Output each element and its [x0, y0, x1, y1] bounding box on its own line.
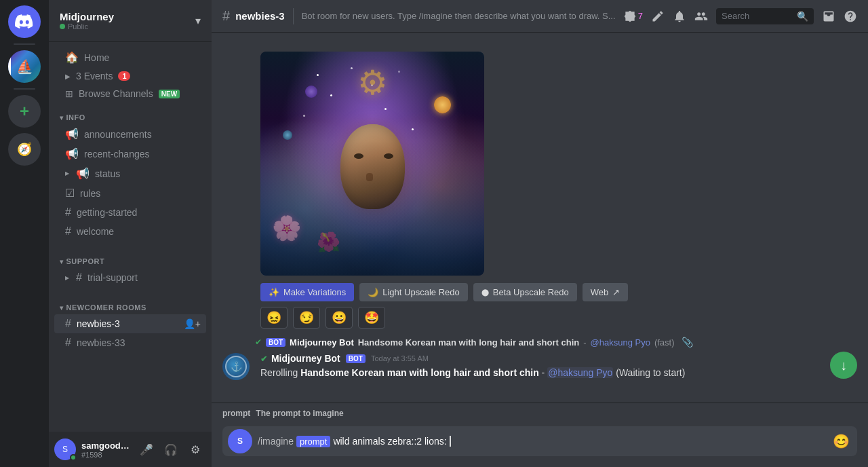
add-server-button[interactable]: + — [8, 95, 41, 128]
category-newcomer-label: NEWCOMER ROOMS — [66, 303, 146, 312]
image-content: ⚙ — [260, 52, 484, 276]
server-header[interactable]: Midjourney Public ▾ — [49, 0, 212, 42]
beta-upscale-redo-button[interactable]: ⬤ Beta Upscale Redo — [473, 283, 577, 301]
channel-announcements[interactable]: 📢 announcements — [54, 124, 206, 144]
megaphone-icon: 📢 — [65, 128, 79, 141]
help-icon-button[interactable] — [844, 10, 857, 23]
discord-home-button[interactable] — [8, 5, 41, 38]
hash-icon: # — [65, 206, 71, 219]
discover-button[interactable]: 🧭 — [8, 133, 41, 166]
message-timestamp-3: Today at 3:55 AM — [371, 354, 429, 362]
search-bar[interactable]: 🔍 — [716, 8, 814, 24]
notification-icon-button[interactable] — [673, 10, 686, 23]
reaction-buttons: 😖 😏 😀 🤩 — [260, 307, 857, 329]
message-avatar-spacer — [222, 46, 250, 73]
sidebar-section-support: ▾ SUPPORT ▶ # trial-support — [49, 246, 212, 287]
scroll-to-bottom-button[interactable]: ↓ — [830, 352, 857, 379]
hash-icon-newbies3: # — [65, 318, 71, 330]
channel-name-status: status — [95, 168, 201, 179]
channel-welcome[interactable]: # welcome — [54, 222, 206, 241]
light-upscale-label: Light Upscale Redo — [382, 287, 459, 297]
beta-upscale-label: Beta Upscale Redo — [493, 287, 569, 297]
command-value: wild animals zebra::2 lions: — [333, 436, 446, 447]
channel-status[interactable]: ▶ 📢 status — [54, 164, 206, 183]
events-badge: 1 — [118, 71, 130, 81]
hash-icon-trial: # — [76, 272, 82, 284]
deafen-button[interactable]: 🎧 — [160, 438, 182, 460]
channel-getting-started[interactable]: # getting-started — [54, 203, 206, 222]
attachment-line: ✔ BOT Midjourney Bot Handsome Korean man… — [255, 337, 857, 348]
sidebar-item-home[interactable]: 🏠 Home — [54, 48, 206, 67]
make-variations-button[interactable]: ✨ Make Variations — [260, 283, 354, 301]
browse-channels-label: Browse Channels — [79, 88, 153, 99]
attachment-icon: 📎 — [682, 337, 693, 348]
user-avatar: S — [54, 438, 76, 460]
channel-topic: Bot room for new users. Type /imagine th… — [302, 11, 618, 21]
user-area: S samgoodw... #1598 🎤 🎧 ⚙ — [49, 432, 212, 467]
inbox-icon-button[interactable] — [822, 10, 835, 23]
events-arrow: ▶ — [65, 73, 71, 80]
message-group-2: ✔ BOT Midjourney Bot Handsome Korean man… — [212, 334, 868, 350]
category-support-label: SUPPORT — [66, 257, 105, 265]
channel-newbies-3[interactable]: # newbies-3 👤+ — [54, 314, 206, 333]
cursor — [450, 436, 451, 447]
inline-author: Midjourney Bot — [290, 337, 354, 348]
expand-arrow-support: ▶ — [65, 275, 69, 281]
verified-check: ✔ — [260, 354, 267, 364]
bot-tag-inline: BOT — [266, 338, 285, 347]
sidebar-section-info: ▾ INFO 📢 announcements 📢 recent-changes … — [49, 102, 212, 241]
message-input-area: S /imagine prompt wild animals zebra::2 … — [212, 426, 868, 467]
sidebar-item-events[interactable]: ▶ 3 Events 1 — [54, 67, 206, 85]
user-avatar-input: S — [228, 429, 252, 453]
category-info-label: INFO — [66, 113, 85, 122]
prompt-text: Handsome Korean man with long hair and s… — [358, 337, 579, 348]
sidebar-item-browse-channels[interactable]: ⊞ Browse Channels NEW — [54, 85, 206, 102]
category-support[interactable]: ▾ SUPPORT — [49, 246, 212, 268]
channel-trial-support[interactable]: ▶ # trial-support — [54, 268, 206, 287]
boost-icon-button[interactable]: 7 — [623, 10, 643, 23]
prompt-tag: prompt — [296, 436, 330, 447]
members-icon-button[interactable] — [694, 10, 708, 23]
sidebar-content: 🏠 Home ▶ 3 Events 1 ⊞ Browse Channels NE… — [49, 42, 212, 432]
search-icon: 🔍 — [797, 11, 808, 22]
channel-rules[interactable]: ☑ rules — [54, 183, 206, 203]
prompt-hint-description: The prompt to imagine — [256, 409, 343, 418]
megaphone-icon-2: 📢 — [65, 147, 79, 160]
pencil-icon-button[interactable] — [651, 10, 665, 23]
channel-recent-changes[interactable]: 📢 recent-changes — [54, 144, 206, 164]
mute-button[interactable]: 🎤 — [136, 438, 157, 460]
beta-upscale-icon: ⬤ — [481, 288, 489, 296]
settings-button[interactable]: ⚙ — [184, 438, 206, 460]
verified-icon: ✔ — [255, 337, 262, 347]
expand-arrow: ▶ — [65, 170, 69, 176]
gradient-overlay — [260, 52, 484, 276]
web-button[interactable]: Web ↗ — [583, 283, 629, 301]
emoji-button[interactable]: 😊 — [830, 430, 852, 452]
action-buttons: ✨ Make Variations 🌙 Light Upscale Redo ⬤… — [260, 283, 857, 301]
header-divider — [293, 8, 294, 24]
category-info[interactable]: ▾ INFO — [49, 102, 212, 124]
light-upscale-redo-button[interactable]: 🌙 Light Upscale Redo — [359, 283, 467, 301]
user-controls: 🎤 🎧 ⚙ — [136, 438, 206, 460]
server-name: Midjourney — [60, 11, 114, 22]
main-content: # newbies-3 Bot room for new users. Type… — [212, 0, 868, 467]
channel-name-recent-changes: recent-changes — [84, 149, 201, 160]
variations-icon: ✨ — [269, 287, 279, 297]
reaction-angry[interactable]: 😖 — [260, 307, 288, 329]
category-newcomer[interactable]: ▾ NEWCOMER ROOMS — [49, 293, 212, 314]
bot-tag-3: BOT — [346, 354, 366, 363]
midjourney-avatar-inner — [225, 356, 247, 377]
channel-newbies-33[interactable]: # newbies-33 — [54, 333, 206, 352]
search-input[interactable] — [722, 11, 793, 21]
server-separator-2 — [14, 88, 35, 90]
reaction-grin[interactable]: 😀 — [326, 307, 353, 329]
newbies3-add-member-icon: 👤+ — [184, 318, 201, 329]
messages-container: ⚙ — [212, 33, 868, 403]
midjourney-server-icon[interactable]: ⛵ — [8, 50, 41, 83]
compass-icon: 🧭 — [17, 142, 32, 157]
reaction-smirk[interactable]: 😏 — [293, 307, 320, 329]
midjourney-bot-avatar — [222, 353, 250, 380]
reaction-starstruck[interactable]: 🤩 — [358, 307, 385, 329]
light-upscale-icon: 🌙 — [368, 287, 378, 297]
command-input: /imagine prompt wild animals zebra::2 li… — [258, 436, 825, 447]
